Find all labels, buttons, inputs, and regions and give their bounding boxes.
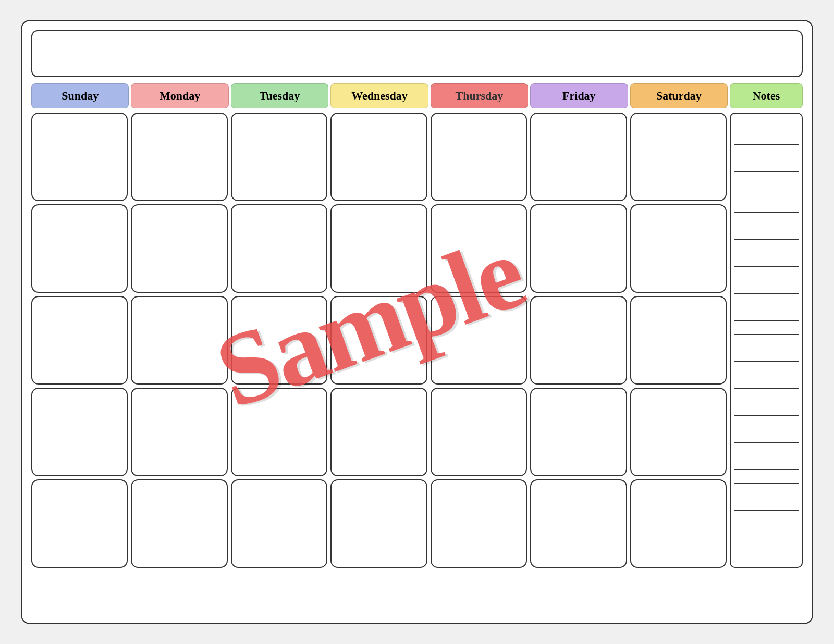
cell-w1-wed[interactable] xyxy=(330,113,427,201)
cell-w3-tue[interactable] xyxy=(231,296,327,385)
cell-w4-wed[interactable] xyxy=(330,388,427,476)
note-line xyxy=(734,348,799,362)
cell-w4-tue[interactable] xyxy=(231,388,327,476)
cell-w2-fri[interactable] xyxy=(530,204,627,293)
note-line xyxy=(734,172,799,185)
cell-w5-mon[interactable] xyxy=(131,479,227,568)
note-line xyxy=(734,131,799,145)
calendar-grid xyxy=(31,113,803,568)
cell-w1-tue[interactable] xyxy=(231,113,327,201)
note-line xyxy=(734,416,799,429)
note-line xyxy=(734,456,799,470)
note-line xyxy=(734,199,799,213)
note-line xyxy=(734,158,799,172)
note-line xyxy=(734,484,799,497)
header-wednesday: Wednesday xyxy=(330,83,428,108)
notes-section[interactable] xyxy=(730,113,803,568)
cell-w4-mon[interactable] xyxy=(131,388,227,476)
note-line xyxy=(734,429,799,443)
cell-w2-wed[interactable] xyxy=(330,204,427,293)
header-tuesday: Tuesday xyxy=(231,83,328,108)
cell-w1-fri[interactable] xyxy=(530,113,627,201)
note-line xyxy=(734,118,799,131)
header-saturday: Saturday xyxy=(630,83,728,108)
note-line xyxy=(734,185,799,199)
day-headers: Sunday Monday Tuesday Wednesday Thursday… xyxy=(31,83,803,108)
cell-w2-tue[interactable] xyxy=(231,204,327,293)
note-line xyxy=(734,294,799,307)
note-line xyxy=(734,362,799,375)
header-notes: Notes xyxy=(730,83,803,108)
cell-w3-sat[interactable] xyxy=(630,296,727,385)
note-line xyxy=(734,145,799,158)
cell-w5-tue[interactable] xyxy=(231,479,327,568)
header-friday: Friday xyxy=(530,83,628,108)
cell-w5-wed[interactable] xyxy=(330,479,427,568)
note-line xyxy=(734,511,799,524)
header-monday: Monday xyxy=(131,83,228,108)
calendar-container: Sunday Monday Tuesday Wednesday Thursday… xyxy=(21,20,813,624)
cell-w4-sat[interactable] xyxy=(630,388,727,476)
cell-w2-sat[interactable] xyxy=(630,204,727,293)
note-line xyxy=(734,470,799,484)
cell-w5-fri[interactable] xyxy=(530,479,627,568)
cell-w5-thu[interactable] xyxy=(431,479,527,568)
cell-w2-sun[interactable] xyxy=(31,204,128,293)
cell-w1-sat[interactable] xyxy=(630,113,727,201)
note-line xyxy=(734,267,799,280)
cell-w1-sun[interactable] xyxy=(31,113,128,201)
cell-w3-mon[interactable] xyxy=(131,296,227,385)
cell-w3-thu[interactable] xyxy=(431,296,527,385)
note-line xyxy=(734,497,799,511)
note-line xyxy=(734,226,799,240)
cell-w3-wed[interactable] xyxy=(330,296,427,385)
note-line xyxy=(734,402,799,416)
header-sunday: Sunday xyxy=(31,83,129,108)
note-line xyxy=(734,375,799,389)
cell-w4-thu[interactable] xyxy=(431,388,527,476)
note-line xyxy=(734,389,799,402)
note-line xyxy=(734,253,799,267)
cell-w4-fri[interactable] xyxy=(530,388,627,476)
cell-w4-sun[interactable] xyxy=(31,388,128,476)
cell-w5-sun[interactable] xyxy=(31,479,128,568)
cell-w3-sun[interactable] xyxy=(31,296,128,385)
cell-w3-fri[interactable] xyxy=(530,296,627,385)
note-line xyxy=(734,443,799,456)
cell-w1-thu[interactable] xyxy=(431,113,527,201)
note-line xyxy=(734,280,799,294)
cell-w2-thu[interactable] xyxy=(431,204,527,293)
note-line xyxy=(734,335,799,348)
title-bar xyxy=(31,30,803,77)
note-line xyxy=(734,213,799,226)
note-line xyxy=(734,240,799,253)
cell-w5-sat[interactable] xyxy=(630,479,727,568)
note-line xyxy=(734,321,799,335)
cell-w1-mon[interactable] xyxy=(131,113,227,201)
header-thursday: Thursday xyxy=(431,83,528,108)
cell-w2-mon[interactable] xyxy=(131,204,227,293)
note-line xyxy=(734,307,799,321)
